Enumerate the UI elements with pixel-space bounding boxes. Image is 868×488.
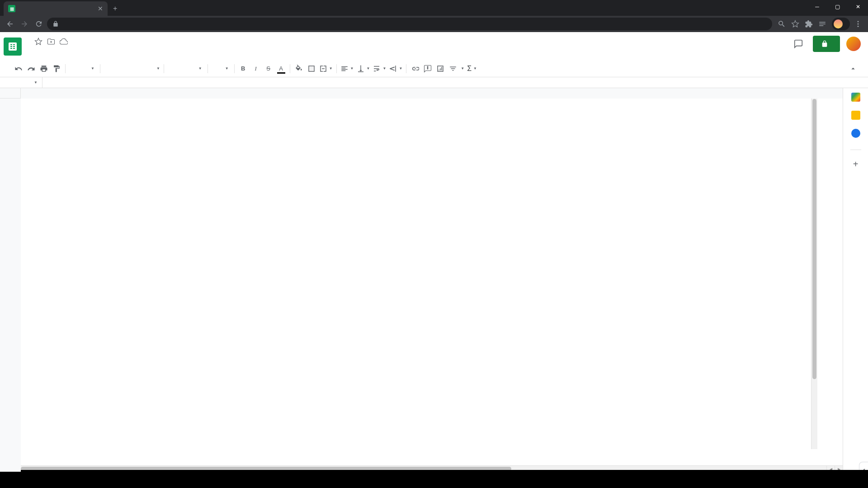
doc-title-area xyxy=(26,36,786,60)
side-divider xyxy=(850,150,861,150)
currency-button[interactable] xyxy=(103,63,115,75)
chevron-down-icon: ▼ xyxy=(198,66,202,70)
v-scroll-thumb[interactable] xyxy=(812,99,816,379)
filter-views-button[interactable]: ▼ xyxy=(460,63,465,75)
sheets-favicon-icon: ▦ xyxy=(8,5,15,12)
window-minimize[interactable]: ─ xyxy=(807,0,827,14)
side-app-calendar[interactable] xyxy=(851,93,860,102)
zoom-select[interactable]: ▼ xyxy=(68,63,97,75)
select-all-cell[interactable] xyxy=(0,88,21,99)
star-icon[interactable] xyxy=(34,38,42,46)
browser-tab[interactable]: ▦ ✕ xyxy=(4,1,108,16)
user-avatar[interactable] xyxy=(846,37,861,51)
side-app-tasks[interactable] xyxy=(851,129,860,138)
bookmark-star-icon[interactable] xyxy=(791,20,799,28)
side-panel-rail: + xyxy=(843,88,868,472)
chevron-down-icon: ▼ xyxy=(91,66,94,70)
cells-area[interactable] xyxy=(21,99,843,472)
formula-input[interactable] xyxy=(52,77,868,88)
toolbar: ▼ ▼ ▼ ▼ B I S A ▼ ▼ ▼ ▼ ▼ xyxy=(0,60,868,77)
fill-color-button[interactable] xyxy=(293,63,305,75)
menu-format[interactable] xyxy=(55,52,61,56)
new-tab-button[interactable]: + xyxy=(108,1,123,16)
percent-button[interactable] xyxy=(116,63,127,75)
window-maximize[interactable]: ▢ xyxy=(827,0,848,14)
zoom-indicator-icon[interactable] xyxy=(778,20,786,28)
chevron-down-icon: ▼ xyxy=(399,66,402,70)
row-headers xyxy=(0,99,21,472)
move-folder-icon[interactable] xyxy=(47,38,55,46)
insert-comment-button[interactable] xyxy=(422,63,434,75)
menu-hilfe[interactable] xyxy=(84,52,90,56)
header-right xyxy=(790,36,863,52)
insert-chart-button[interactable] xyxy=(434,63,446,75)
menu-bearbeiten[interactable] xyxy=(33,52,40,56)
svg-point-0 xyxy=(858,21,859,22)
share-button[interactable] xyxy=(813,36,840,52)
menu-einfuegen[interactable] xyxy=(48,52,54,56)
doc-header xyxy=(0,32,868,60)
browser-frame: ─ ▢ ✕ ▦ ✕ + xyxy=(0,0,868,488)
undo-button[interactable] xyxy=(13,63,24,75)
v-align-button[interactable]: ▼ xyxy=(356,63,371,75)
font-size-select[interactable]: ▼ xyxy=(211,63,231,75)
profile-chip[interactable] xyxy=(832,18,850,30)
h-align-button[interactable]: ▼ xyxy=(340,63,355,75)
chevron-down-icon: ▼ xyxy=(350,66,354,70)
menu-daten[interactable] xyxy=(62,52,69,56)
collapse-toolbar-button[interactable] xyxy=(847,63,859,75)
browser-tab-strip: ▦ ✕ + xyxy=(0,0,868,16)
column-headers xyxy=(21,88,843,99)
side-add-button[interactable]: + xyxy=(853,159,859,169)
number-format-select[interactable]: ▼ xyxy=(154,63,161,75)
paint-format-button[interactable] xyxy=(51,63,62,75)
redo-button[interactable] xyxy=(25,63,37,75)
sheets-app-icon[interactable] xyxy=(4,38,22,56)
tab-close-icon[interactable]: ✕ xyxy=(98,5,103,12)
browser-menu-button[interactable] xyxy=(852,18,864,30)
grid-wrapper: + xyxy=(0,88,868,472)
decrease-decimal-button[interactable] xyxy=(128,63,140,75)
extensions-icon[interactable] xyxy=(805,20,813,28)
svg-point-2 xyxy=(858,26,859,27)
nav-reload-button[interactable] xyxy=(33,18,45,30)
borders-button[interactable] xyxy=(306,63,317,75)
merge-cells-button[interactable]: ▼ xyxy=(318,63,334,75)
functions-button[interactable]: Σ▼ xyxy=(466,63,478,75)
strikethrough-button[interactable]: S xyxy=(263,63,274,75)
bold-button[interactable]: B xyxy=(237,63,249,75)
side-app-keep[interactable] xyxy=(851,111,860,120)
reading-list-icon[interactable] xyxy=(818,20,826,28)
address-bar[interactable] xyxy=(47,18,772,30)
sheets-app: ▼ ▼ ▼ ▼ B I S A ▼ ▼ ▼ ▼ ▼ xyxy=(0,32,868,488)
insert-link-button[interactable] xyxy=(409,63,421,75)
increase-decimal-button[interactable] xyxy=(141,63,153,75)
window-close[interactable]: ✕ xyxy=(848,0,868,14)
chevron-down-icon: ▼ xyxy=(34,80,38,84)
svg-point-1 xyxy=(858,23,859,25)
text-color-button[interactable]: A xyxy=(275,63,287,75)
save-status[interactable] xyxy=(60,38,71,46)
menu-datei[interactable] xyxy=(26,52,33,56)
name-box[interactable]: ▼ xyxy=(0,77,42,88)
comment-history-button[interactable] xyxy=(790,36,807,52)
nav-forward-button[interactable] xyxy=(18,18,31,30)
italic-button[interactable]: I xyxy=(250,63,262,75)
menu-tools[interactable] xyxy=(70,52,76,56)
filter-button[interactable] xyxy=(447,63,459,75)
font-family-select[interactable]: ▼ xyxy=(167,63,205,75)
chevron-down-icon: ▼ xyxy=(367,66,370,70)
grid-main xyxy=(0,88,843,472)
nav-back-button[interactable] xyxy=(4,18,16,30)
print-button[interactable] xyxy=(38,63,50,75)
taskbar-area xyxy=(0,470,868,488)
menu-ansicht[interactable] xyxy=(41,52,47,56)
lock-icon xyxy=(821,40,828,47)
text-wrap-button[interactable]: ▼ xyxy=(372,63,387,75)
menubar xyxy=(26,47,786,60)
browser-toolbar xyxy=(0,16,868,32)
vertical-scrollbar[interactable] xyxy=(811,88,817,449)
menu-addons[interactable] xyxy=(77,52,83,56)
doc-title[interactable] xyxy=(26,41,30,42)
text-rotation-button[interactable]: ▼ xyxy=(388,63,403,75)
